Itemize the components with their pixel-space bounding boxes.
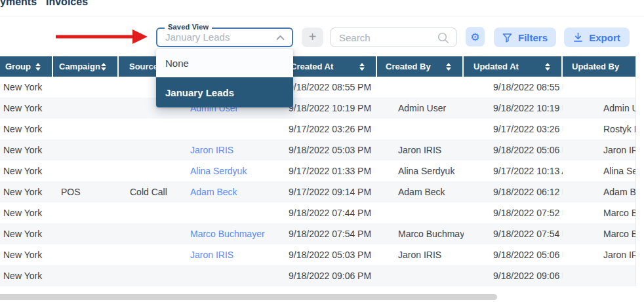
- cell-link[interactable]: Jaron IRIS: [184, 145, 283, 155]
- column-header-created-by[interactable]: Created By: [377, 56, 464, 77]
- cell-updated-by: Alina Serd: [563, 166, 636, 176]
- funnel-icon: [502, 33, 512, 43]
- top-navigation: yments Invoices: [0, 0, 644, 16]
- cell-updated-at: 9/18/2022 07:54 PM: [464, 229, 563, 239]
- table-row[interactable]: New YorkMarco Buchmayer9/18/2022 07:54 P…: [0, 223, 636, 244]
- gear-icon: ⚙: [470, 31, 479, 43]
- add-view-button[interactable]: +: [302, 28, 323, 47]
- red-arrow-annotation: [54, 27, 150, 47]
- cell-created-by: Jaron IRIS: [377, 145, 464, 155]
- cell-group: New York: [0, 229, 53, 239]
- cell-link[interactable]: Adam Beck: [184, 187, 283, 197]
- cell-created-by: Adam Beck: [377, 187, 464, 197]
- cell-updated-by: Jaron IRIS: [563, 145, 636, 155]
- saved-view-label: Saved View: [165, 23, 212, 31]
- saved-view-select[interactable]: Saved View January Leads: [156, 28, 293, 47]
- cell-created-at: 9/18/2022 07:44 PM: [283, 208, 377, 218]
- cell-created-by: Alina Serdyuk: [377, 166, 464, 176]
- column-header-label: Group: [5, 62, 31, 71]
- cell-updated-by: Jaron IRIS: [563, 250, 636, 260]
- column-header-label: Campaign: [59, 62, 100, 71]
- nav-item-invoices[interactable]: Invoices: [46, 0, 88, 8]
- export-button-label: Export: [589, 32, 620, 43]
- table-row[interactable]: New York9/18/2022 07:44 PM9/18/2022 07:5…: [0, 202, 636, 223]
- settings-button[interactable]: ⚙: [466, 27, 485, 47]
- table-row[interactable]: New YorkAlina Serdyuk9/17/2022 01:33 PMA…: [0, 160, 636, 181]
- table-row[interactable]: New YorkJaron IRIS9/18/2022 05:03 PMJaro…: [0, 140, 636, 160]
- nav-item-payments[interactable]: yments: [0, 0, 37, 8]
- cell-updated-at: 9/18/2022 05:06 PM: [464, 250, 563, 260]
- cell-updated-by: Adam Bec: [563, 187, 636, 197]
- sort-icon[interactable]: [544, 63, 551, 71]
- saved-view-dropdown-panel: None January Leads: [156, 49, 293, 107]
- cell-updated-by: Marco Bu: [563, 208, 636, 218]
- cell-group: New York: [0, 145, 53, 155]
- cell-created-at: 9/18/2022 05:03 PM: [283, 145, 377, 155]
- dropdown-option-none[interactable]: None: [156, 49, 293, 77]
- column-header-label: Updated At: [473, 62, 519, 71]
- cell-created-at: 9/17/2022 03:26 PM: [283, 124, 377, 134]
- column-header-label: Created At: [291, 62, 333, 71]
- cell-campaign: POS: [53, 187, 119, 197]
- cell-group: New York: [0, 271, 53, 281]
- column-header-updated-by[interactable]: Updated By: [563, 56, 636, 77]
- sort-icon[interactable]: [35, 63, 41, 71]
- search-box: [330, 28, 457, 47]
- column-header-label: Source: [129, 62, 158, 71]
- dropdown-option-january-leads[interactable]: January Leads: [156, 77, 293, 107]
- cell-updated-at: 9/17/2022 03:26 PM: [464, 124, 563, 134]
- cell-group: New York: [0, 82, 53, 92]
- cell-source: Cold Call: [119, 187, 184, 197]
- sort-icon[interactable]: [445, 63, 452, 71]
- cell-group: New York: [0, 124, 53, 134]
- cell-created-at: 9/18/2022 05:03 PM: [283, 250, 377, 260]
- table-row[interactable]: New York9/17/2022 03:26 PM9/17/2022 03:2…: [0, 119, 636, 140]
- horizontal-scrollbar[interactable]: [0, 294, 497, 300]
- search-icon: [437, 32, 449, 44]
- filters-button-label: Filters: [518, 32, 548, 43]
- table-row[interactable]: New YorkAdmin User9/18/2022 10:19 PMAdmi…: [0, 98, 636, 119]
- export-button[interactable]: Export: [564, 28, 630, 47]
- column-header-group[interactable]: Group: [0, 56, 53, 77]
- column-header-updated-at[interactable]: Updated At: [464, 56, 563, 77]
- download-icon: [573, 32, 583, 43]
- column-header-label: Updated By: [572, 62, 619, 71]
- sort-icon[interactable]: [100, 63, 107, 71]
- leads-table: GroupCampaignSourceCreated AtCreated ByU…: [0, 56, 636, 286]
- table-row[interactable]: New YorkPOSCold CallAdam Beck9/17/2022 0…: [0, 181, 636, 202]
- search-input[interactable]: [331, 28, 444, 47]
- table-body: New York9/18/2022 08:55 PM9/18/2022 08:5…: [0, 77, 635, 286]
- column-header-created-at[interactable]: Created At: [283, 56, 377, 77]
- cell-link[interactable]: Jaron IRIS: [184, 250, 283, 260]
- saved-view-value: January Leads: [165, 31, 230, 43]
- cell-created-at: 9/18/2022 07:54 PM: [283, 229, 377, 239]
- table-row[interactable]: New York9/18/2022 09:06 PM9/18/2022 09:0…: [0, 265, 636, 286]
- cell-link[interactable]: Alina Serdyuk: [184, 166, 283, 176]
- table-row[interactable]: New York9/18/2022 08:55 PM9/18/2022 08:5…: [0, 77, 636, 98]
- column-header-campaign[interactable]: Campaign: [53, 56, 119, 77]
- cell-created-by: Admin User: [377, 103, 464, 113]
- cell-group: New York: [0, 187, 53, 197]
- filters-button[interactable]: Filters: [494, 28, 556, 47]
- toolbar: Saved View January Leads + ⚙ Filters: [0, 16, 644, 56]
- cell-updated-at: 9/18/2022 10:19 PM: [464, 103, 563, 113]
- chevron-up-icon: [276, 35, 285, 41]
- cell-created-by: Marco Buchmayer: [377, 229, 464, 239]
- cell-link[interactable]: Marco Buchmayer: [184, 229, 283, 239]
- sort-icon[interactable]: [359, 63, 365, 71]
- cell-updated-at: 9/17/2022 10:13 AM: [464, 166, 563, 176]
- column-header-label: Created By: [386, 62, 431, 71]
- cell-group: New York: [0, 103, 53, 113]
- cell-created-at: 9/18/2022 09:06 PM: [283, 271, 377, 281]
- cell-updated-by: Rostyk Ha: [563, 124, 636, 134]
- cell-created-by: Jaron IRIS: [377, 250, 464, 260]
- cell-group: New York: [0, 166, 53, 176]
- cell-created-at: 9/17/2022 01:33 PM: [283, 166, 377, 176]
- cell-updated-at: 9/18/2022 06:12 PM: [464, 187, 563, 197]
- table-row[interactable]: New YorkJaron IRIS9/18/2022 05:03 PMJaro…: [0, 244, 636, 265]
- cell-created-at: 9/17/2022 09:14 PM: [283, 187, 377, 197]
- cell-updated-by: Admin Us: [563, 103, 636, 113]
- cell-created-at: 9/18/2022 10:19 PM: [283, 103, 377, 113]
- cell-updated-at: 9/18/2022 08:55 PM: [464, 82, 563, 92]
- cell-updated-by: Marco Bu: [563, 229, 636, 239]
